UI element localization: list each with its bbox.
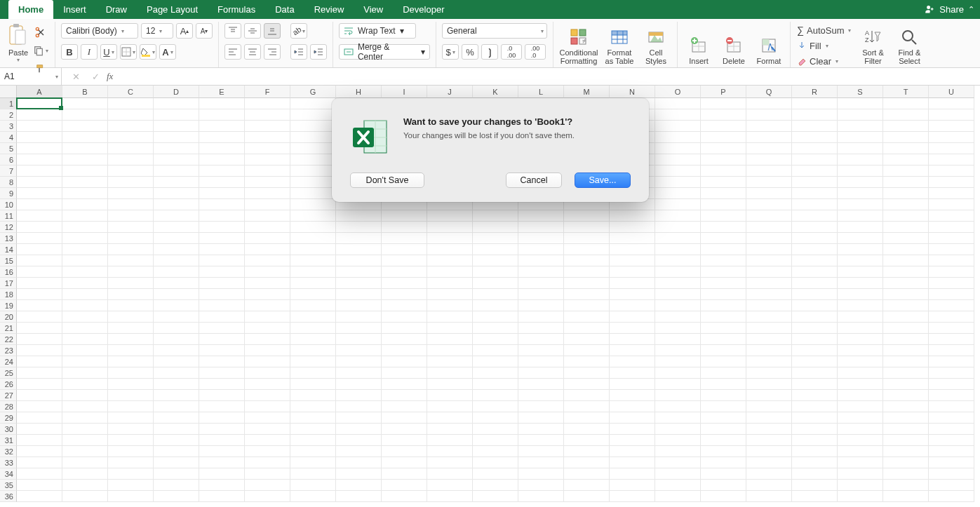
dont-save-button[interactable]: Don't Save xyxy=(350,173,424,188)
excel-app-icon xyxy=(350,116,391,157)
save-button[interactable]: Save... xyxy=(575,173,631,188)
cancel-button[interactable]: Cancel xyxy=(506,173,562,188)
modal-overlay: Want to save your changes to 'Book1'? Yo… xyxy=(0,0,980,507)
dialog-title: Want to save your changes to 'Book1'? xyxy=(403,116,575,127)
dialog-message: Your changes will be lost if you don't s… xyxy=(403,131,575,140)
save-dialog: Want to save your changes to 'Book1'? Yo… xyxy=(332,98,649,202)
